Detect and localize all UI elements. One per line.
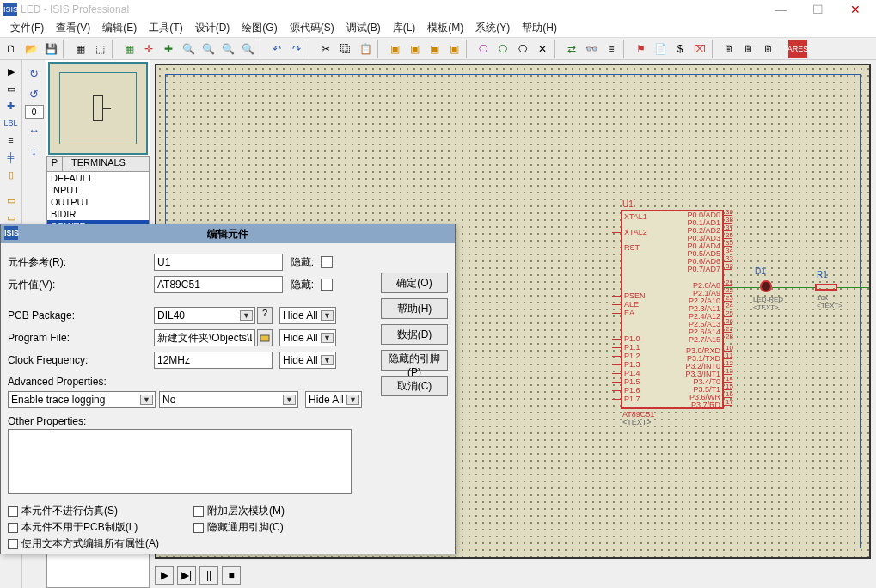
grid-icon[interactable]: ▦ (119, 40, 138, 58)
overview-panel[interactable] (48, 62, 148, 155)
stop-button[interactable]: ■ (222, 566, 241, 585)
menu-graph[interactable]: 绘图(G) (236, 19, 282, 37)
checkbox-hide-val[interactable] (321, 279, 333, 291)
component-d1[interactable] (760, 280, 772, 292)
text-script-icon[interactable]: ≡ (2, 132, 21, 148)
list-item[interactable]: DEFAULT (47, 172, 149, 184)
flip-v-icon[interactable]: ↕ (25, 141, 44, 160)
paste-icon[interactable]: 📋 (356, 40, 375, 58)
select-mode-icon[interactable]: ▶ (2, 64, 21, 79)
undo-icon[interactable]: ↶ (267, 40, 286, 58)
new-icon[interactable]: 🗋 (2, 40, 21, 58)
tool-c-icon[interactable]: 🗎 (759, 40, 778, 58)
component-r1[interactable] (815, 284, 837, 291)
ok-button[interactable]: 确定(O) (381, 273, 448, 293)
bom-icon[interactable]: $ (671, 40, 689, 58)
cancel-button[interactable]: 取消(C) (381, 376, 448, 396)
menu-template[interactable]: 模板(M) (422, 19, 469, 37)
zoom-area-icon[interactable]: 🔍 (238, 40, 257, 58)
menu-debug[interactable]: 调试(B) (341, 19, 386, 37)
print-area-icon[interactable]: ▦ (70, 40, 89, 58)
rotate-cw-icon[interactable]: ↻ (25, 64, 44, 83)
input-prog[interactable] (154, 329, 255, 346)
redo-icon[interactable]: ↷ (287, 40, 306, 58)
package-icon[interactable]: ⎔ (513, 40, 532, 58)
label-mode-icon[interactable]: LBL (2, 115, 21, 131)
input-clk[interactable] (154, 352, 273, 369)
make-icon[interactable]: ⎔ (493, 40, 512, 58)
menu-view[interactable]: 查看(V) (51, 19, 95, 37)
block-copy-icon[interactable]: ▣ (385, 40, 404, 58)
block-delete-icon[interactable]: ▣ (444, 40, 463, 58)
component-mode-icon[interactable]: ▭ (2, 81, 21, 96)
rotate-ccw-icon[interactable]: ↺ (25, 84, 44, 103)
decompose-icon[interactable]: ✕ (533, 40, 552, 58)
list-item[interactable]: INPUT (47, 184, 149, 196)
block-rotate-icon[interactable]: ▣ (425, 40, 444, 58)
check-no-sim[interactable]: 本元件不进行仿真(S) (8, 504, 159, 518)
property-icon[interactable]: ≡ (602, 40, 621, 58)
play-button[interactable]: ▶ (155, 566, 174, 585)
rotation-input[interactable] (25, 105, 44, 119)
copy-icon[interactable]: ⿻ (336, 40, 355, 58)
subcircuit-icon[interactable]: ▯ (2, 167, 21, 182)
combo-hideall-pkg[interactable]: Hide All▼ (279, 307, 336, 324)
combo-pkg[interactable]: DIL40▼ (154, 307, 255, 324)
combo-hideall-prog[interactable]: Hide All▼ (279, 329, 336, 346)
wire-autorouter-icon[interactable]: ⇄ (562, 40, 581, 58)
menu-edit[interactable]: 编辑(E) (97, 19, 142, 37)
checkbox-hide-ref[interactable] (321, 256, 333, 268)
tool-a-icon[interactable]: 🗎 (720, 40, 738, 58)
terminal-mode-icon[interactable]: ▭ (2, 193, 21, 208)
input-val[interactable] (154, 276, 283, 293)
netlist-icon[interactable]: 📄 (651, 40, 670, 58)
textarea-other-props[interactable] (8, 429, 352, 494)
import-icon[interactable]: ⬚ (90, 40, 109, 58)
data-button[interactable]: 数据(D) (381, 324, 448, 345)
menu-system[interactable]: 系统(Y) (470, 19, 515, 37)
search-icon[interactable]: 👓 (582, 40, 601, 58)
menu-tools[interactable]: 工具(T) (144, 19, 187, 37)
menu-library[interactable]: 库(L) (388, 19, 421, 37)
combo-hideall-adv[interactable]: Hide All▼ (305, 391, 362, 408)
zoom-in-icon[interactable]: 🔍 (179, 40, 198, 58)
zoom-out-icon[interactable]: 🔍 (199, 40, 217, 58)
open-icon[interactable]: 📂 (21, 40, 40, 58)
dialog-titlebar[interactable]: ISIS 编辑元件 (1, 224, 455, 243)
check-text-edit[interactable]: 使用文本方式编辑所有属性(A) (8, 536, 159, 551)
ares-icon[interactable]: ⌧ (690, 40, 709, 58)
junction-mode-icon[interactable]: ✚ (2, 98, 21, 113)
block-move-icon[interactable]: ▣ (405, 40, 424, 58)
step-button[interactable]: ▶| (177, 566, 196, 585)
input-ref[interactable] (154, 254, 283, 271)
list-item[interactable]: BIDIR (47, 208, 149, 220)
menu-file[interactable]: 文件(F) (5, 19, 49, 37)
pkg-help-button[interactable]: ? (257, 307, 273, 324)
check-hier-module[interactable]: 附加层次模块(M) (193, 504, 285, 518)
list-header-p[interactable]: P (47, 157, 63, 171)
menu-design[interactable]: 设计(D) (190, 19, 236, 37)
pick-icon[interactable]: ⎔ (474, 40, 493, 58)
origin-icon[interactable]: ✛ (139, 40, 158, 58)
tool-b-icon[interactable]: 🗎 (739, 40, 758, 58)
menu-help[interactable]: 帮助(H) (517, 19, 562, 37)
help-button[interactable]: 帮助(H) (381, 298, 448, 319)
hidden-pins-button[interactable]: 隐藏的引脚(P) (381, 350, 448, 371)
cut-icon[interactable]: ✂ (316, 40, 335, 58)
combo-adv-key[interactable]: Enable trace logging▼ (8, 391, 156, 408)
list-item[interactable]: OUTPUT (47, 196, 149, 208)
check-hide-common-pins[interactable]: 隐藏通用引脚(C) (193, 520, 285, 535)
erc-icon[interactable]: ⚑ (631, 40, 650, 58)
pause-button[interactable]: || (199, 566, 218, 585)
minimize-button[interactable]: — (763, 3, 798, 16)
center-icon[interactable]: ✚ (159, 40, 178, 58)
browse-button[interactable] (257, 329, 273, 346)
save-icon[interactable]: 💾 (41, 40, 60, 58)
flip-h-icon[interactable]: ↔ (25, 120, 44, 139)
ares-link-icon[interactable]: ARES (788, 40, 807, 58)
close-button[interactable]: ✕ (838, 3, 873, 16)
zoom-fit-icon[interactable]: 🔍 (218, 40, 237, 58)
bus-mode-icon[interactable]: ╪ (2, 150, 21, 165)
combo-adv-val[interactable]: No▼ (159, 391, 298, 408)
menu-source[interactable]: 源代码(S) (285, 19, 340, 37)
